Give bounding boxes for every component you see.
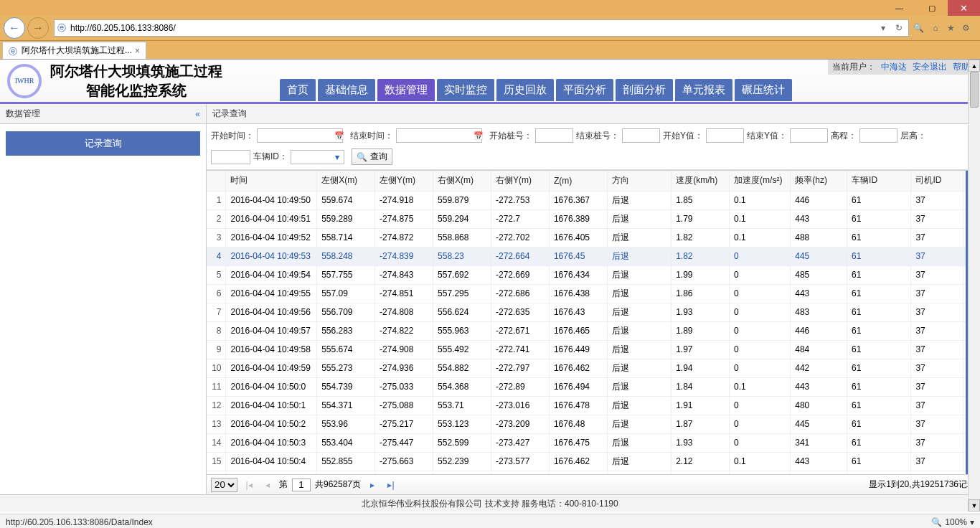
start-y-input[interactable] <box>706 128 744 143</box>
table-row[interactable]: 52016-04-04 10:49:54557.755-274.843557.6… <box>207 265 980 284</box>
start-time-label: 开始时间： <box>211 130 254 142</box>
column-header[interactable] <box>207 171 226 191</box>
window-minimize-button[interactable] <box>883 0 915 16</box>
table-row[interactable]: 102016-04-04 10:49:59555.273-274.936554.… <box>207 359 980 377</box>
logout-link[interactable]: 安全退出 <box>913 61 947 73</box>
nav-item[interactable]: 基础信息 <box>318 79 375 101</box>
column-header[interactable]: 加速度(m/s²) <box>730 171 791 191</box>
sidebar-item-record-query[interactable]: 记录查询 <box>6 131 200 156</box>
search-icon[interactable]: 🔍 <box>912 22 925 34</box>
browser-tab[interactable]: ⓔ 阿尔塔什大坝填筑施工过程... × <box>2 42 146 59</box>
table-row[interactable]: 152016-04-04 10:50:4552.855-275.663552.2… <box>207 452 980 471</box>
table-row[interactable]: 72016-04-04 10:49:56556.709-274.808556.6… <box>207 303 980 321</box>
paging-toolbar: 20 |◂ ◂ 第 共962587页 ▸ ▸| 显示1到20,共19251736… <box>207 474 980 494</box>
panel-header: 记录查询 <box>207 104 980 124</box>
search-form: 开始时间： 📅 结束时间： 📅 开始桩号： 结束桩号： 开始Y值： 结束Y值： … <box>207 124 980 170</box>
forward-button[interactable]: → <box>27 17 49 39</box>
current-user-link[interactable]: 中海达 <box>881 61 907 73</box>
nav-item[interactable]: 单元报表 <box>675 79 732 101</box>
nav-item[interactable]: 剖面分析 <box>616 79 673 101</box>
home-icon[interactable]: ⌂ <box>929 22 942 34</box>
table-row[interactable]: 62016-04-04 10:49:55557.09-274.851557.29… <box>207 284 980 303</box>
window-close-button[interactable] <box>948 0 980 16</box>
end-y-input[interactable] <box>790 128 828 143</box>
dropdown-icon[interactable]: ▾ <box>877 22 890 34</box>
table-row[interactable]: 112016-04-04 10:50:0554.739-275.033554.3… <box>207 377 980 396</box>
page-scrollbar[interactable]: ▲ ▼ <box>968 60 980 512</box>
grid-header-row: 时间左侧X(m)左侧Y(m)右侧X(m)右侧Y(m)Z(m)方向速度(km/h)… <box>207 171 980 191</box>
table-row[interactable]: 142016-04-04 10:50:3553.404-275.447552.5… <box>207 433 980 452</box>
start-time-input[interactable] <box>257 128 343 143</box>
vehicle-id-combo[interactable]: ▾ <box>291 150 344 164</box>
elevation-label: 高程： <box>831 130 857 142</box>
end-pile-input[interactable] <box>622 128 660 143</box>
sidebar: 数据管理 « 记录查询 <box>0 104 207 494</box>
nav-item[interactable]: 平面分析 <box>556 79 613 101</box>
nav-item[interactable]: 实时监控 <box>437 79 494 101</box>
page-last-icon[interactable]: ▸| <box>384 480 398 490</box>
nav-item[interactable]: 首页 <box>280 79 316 101</box>
table-row[interactable]: 42016-04-04 10:49:53558.248-274.839558.2… <box>207 247 980 265</box>
column-header[interactable]: 时间 <box>226 171 317 191</box>
page-number-input[interactable] <box>292 478 311 491</box>
table-row[interactable]: 22016-04-04 10:49:51559.289-274.875559.2… <box>207 209 980 228</box>
column-header[interactable]: 频率(hz) <box>791 171 847 191</box>
back-button[interactable]: ← <box>4 17 25 39</box>
zoom-level: 100% <box>945 517 967 527</box>
nav-item[interactable]: 历史回放 <box>496 79 554 101</box>
sidebar-header: 数据管理 « <box>0 104 206 124</box>
search-icon: 🔍 <box>357 152 367 162</box>
column-header[interactable]: 右侧Y(m) <box>491 171 549 191</box>
layer-height-label: 层高： <box>900 130 926 142</box>
refresh-icon[interactable]: ↻ <box>892 22 905 34</box>
scroll-up-icon[interactable]: ▲ <box>969 60 980 72</box>
sidebar-collapse-icon[interactable]: « <box>195 109 200 119</box>
page-prev-icon[interactable]: ◂ <box>260 480 275 490</box>
elevation-input[interactable] <box>859 128 897 143</box>
app-root: 当前用户： 中海达 安全退出 帮助 IWHR 阿尔塔什大坝填筑施工过程 智能化监… <box>0 60 980 514</box>
scroll-thumb[interactable] <box>970 72 979 108</box>
logo-icon: IWHR <box>7 64 42 98</box>
table-row[interactable]: 12016-04-04 10:49:50559.674-274.918559.8… <box>207 191 980 209</box>
table-row[interactable]: 92016-04-04 10:49:58555.674-274.908555.4… <box>207 340 980 359</box>
nav-item[interactable]: 碾压统计 <box>735 79 792 101</box>
end-y-label: 结束Y值： <box>747 130 787 142</box>
nav-item[interactable]: 数据管理 <box>377 79 435 101</box>
page-label-suf: 共962587页 <box>315 478 361 491</box>
zoom-icon[interactable]: 🔍 <box>931 517 942 527</box>
table-row[interactable]: 132016-04-04 10:50:2553.96-275.217553.12… <box>207 415 980 433</box>
gear-icon[interactable]: ⚙ <box>959 22 972 34</box>
query-button[interactable]: 🔍 查询 <box>352 148 392 165</box>
chevron-down-icon[interactable]: ▾ <box>331 152 344 162</box>
browser-tabs: ⓔ 阿尔塔什大坝填筑施工过程... × <box>0 41 980 60</box>
column-header[interactable]: 右侧X(m) <box>433 171 491 191</box>
zoom-dropdown-icon[interactable]: ▾ <box>970 517 974 527</box>
page-next-icon[interactable]: ▸ <box>365 480 380 490</box>
current-user-label: 当前用户： <box>832 61 875 73</box>
table-row[interactable]: 122016-04-04 10:50:1554.371-275.088553.7… <box>207 396 980 415</box>
page-size-select[interactable]: 20 <box>211 478 237 492</box>
end-time-input[interactable] <box>396 128 482 143</box>
table-row[interactable]: 162016-04-04 10:50:5552.237-275.843551.9… <box>207 471 980 474</box>
column-header[interactable]: 速度(km/h) <box>672 171 730 191</box>
column-header[interactable]: 车辆ID <box>847 171 911 191</box>
scroll-down-icon[interactable]: ▼ <box>969 499 980 512</box>
column-header[interactable]: Z(m) <box>549 171 607 191</box>
column-header[interactable]: 司机ID <box>911 171 963 191</box>
window-maximize-button[interactable] <box>915 0 948 16</box>
table-row[interactable]: 82016-04-04 10:49:57556.283-274.822555.9… <box>207 321 980 340</box>
main-nav: 首页基础信息数据管理实时监控历史回放平面分析剖面分析单元报表碾压统计 <box>280 79 792 101</box>
status-url: http://60.205.106.133:8086/Data/Index <box>6 517 153 527</box>
page-first-icon[interactable]: |◂ <box>242 480 256 490</box>
tab-close-icon[interactable]: × <box>135 46 140 56</box>
url-input[interactable] <box>69 22 874 34</box>
end-time-label: 结束时间： <box>350 130 393 142</box>
layer-height-input[interactable] <box>211 150 250 164</box>
column-header[interactable]: 左侧Y(m) <box>375 171 433 191</box>
column-header[interactable]: 方向 <box>607 171 671 191</box>
table-row[interactable]: 32016-04-04 10:49:52558.714-274.872558.8… <box>207 228 980 247</box>
column-header[interactable]: 左侧X(m) <box>317 171 375 191</box>
start-pile-input[interactable] <box>535 128 573 143</box>
vehicle-id-input[interactable] <box>291 151 331 164</box>
favorites-icon[interactable]: ★ <box>944 22 957 34</box>
